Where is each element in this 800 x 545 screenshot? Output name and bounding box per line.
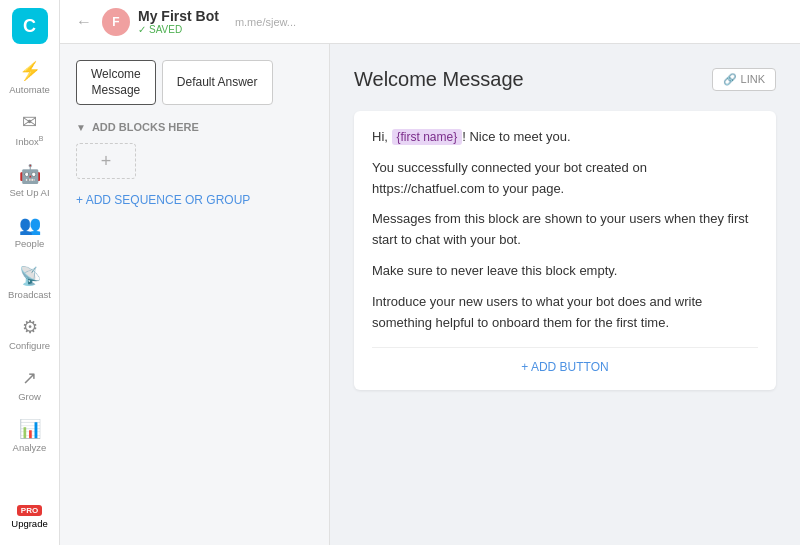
header: ← F My First Bot ✓ SAVED m.me/sjew... [60,0,800,44]
welcome-title: Welcome Message [354,68,524,91]
app-logo[interactable]: C [12,8,48,44]
header-link: m.me/sjew... [235,16,296,28]
sidebar-item-analyze[interactable]: 📊 Analyze [0,410,59,461]
content-area: Welcome Message Default Answer ▼ ADD BLO… [60,44,800,545]
paragraph-messages: Messages from this block are shown to yo… [372,209,758,251]
inbox-icon: ✉ [22,111,37,133]
sidebar-item-people[interactable]: 👥 People [0,206,59,257]
first-name-tag: {first name} [392,129,463,145]
sidebar: C ⚡ Automate ✉ InboxB 🤖 Set Up AI 👥 Peop… [0,0,60,545]
tabs-row: Welcome Message Default Answer [76,60,313,105]
chevron-down-icon: ▼ [76,122,86,133]
tab-default-answer[interactable]: Default Answer [162,60,273,105]
tab-welcome-message[interactable]: Welcome Message [76,60,156,105]
sidebar-item-setup-ai[interactable]: 🤖 Set Up AI [0,155,59,206]
paragraph-connected: You successfully connected your bot crea… [372,158,758,200]
broadcast-icon: 📡 [19,265,41,287]
configure-icon: ⚙ [22,316,38,338]
automate-icon: ⚡ [19,60,41,82]
people-icon: 👥 [19,214,41,236]
paragraph-introduce: Introduce your new users to what your bo… [372,292,758,334]
sidebar-item-automate[interactable]: ⚡ Automate [0,52,59,103]
pro-badge: PRO [17,505,42,516]
main-area: ← F My First Bot ✓ SAVED m.me/sjew... We… [60,0,800,545]
sidebar-item-broadcast[interactable]: 📡 Broadcast [0,257,59,308]
add-blocks-header: ▼ ADD BLOCKS HERE [76,121,313,133]
left-panel: Welcome Message Default Answer ▼ ADD BLO… [60,44,330,545]
message-card: Hi, {first name}! Nice to meet you. You … [354,111,776,390]
sidebar-item-inbox[interactable]: ✉ InboxB [0,103,59,155]
bot-info: My First Bot ✓ SAVED [138,8,219,35]
sidebar-item-grow[interactable]: ↗ Grow [0,359,59,410]
right-panel: Welcome Message 🔗 LINK Hi, {first name}!… [330,44,800,545]
welcome-header: Welcome Message 🔗 LINK [354,68,776,91]
message-text: Hi, {first name}! Nice to meet you. You … [372,127,758,333]
add-block-button[interactable]: + [76,143,136,179]
sidebar-item-configure[interactable]: ⚙ Configure [0,308,59,359]
link-button[interactable]: 🔗 LINK [712,68,776,91]
analyze-icon: 📊 [19,418,41,440]
add-button-row[interactable]: + ADD BUTTON [372,347,758,374]
bot-name: My First Bot [138,8,219,24]
add-sequence-button[interactable]: + ADD SEQUENCE OR GROUP [76,193,313,207]
paragraph-empty: Make sure to never leave this block empt… [372,261,758,282]
greeting-paragraph: Hi, {first name}! Nice to meet you. [372,127,758,148]
sidebar-item-upgrade[interactable]: PRO Upgrade [11,505,47,529]
back-button[interactable]: ← [76,13,92,31]
saved-status: ✓ SAVED [138,24,219,35]
bot-avatar: F [102,8,130,36]
setup-ai-icon: 🤖 [19,163,41,185]
grow-icon: ↗ [22,367,37,389]
